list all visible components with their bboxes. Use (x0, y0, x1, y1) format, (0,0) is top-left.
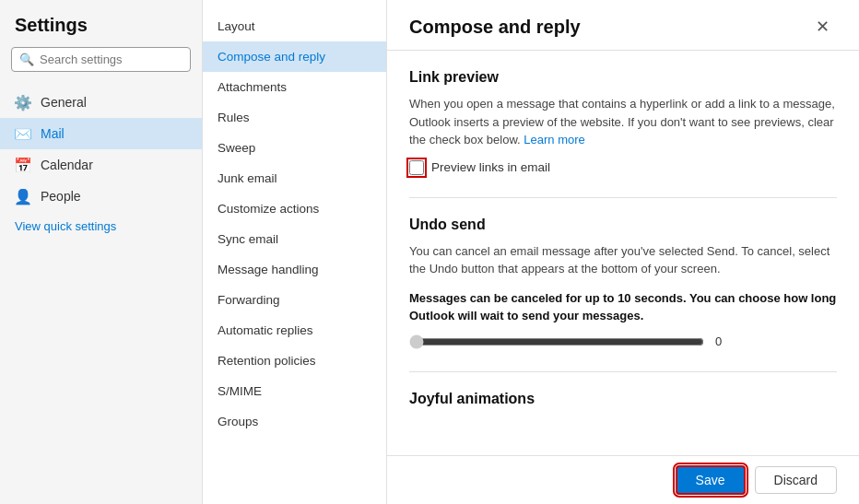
main-header: Compose and reply ✕ (387, 0, 859, 51)
middle-item-junk-email[interactable]: Junk email (203, 163, 386, 193)
nav-item-general[interactable]: ⚙️ General (0, 87, 202, 118)
middle-item-forwarding[interactable]: Forwarding (203, 285, 386, 315)
people-icon: 👤 (15, 188, 31, 205)
nav-item-people[interactable]: 👤 People (0, 181, 202, 212)
middle-item-sweep[interactable]: Sweep (203, 133, 386, 163)
main-content: Compose and reply ✕ Link preview When yo… (387, 0, 859, 504)
middle-item-smime[interactable]: S/MIME (203, 376, 386, 406)
middle-item-customize-actions[interactable]: Customize actions (203, 193, 386, 224)
nav-label-general: General (41, 95, 87, 110)
learn-more-link[interactable]: Learn more (524, 133, 584, 147)
calendar-icon: 📅 (15, 157, 31, 173)
section-divider-1 (409, 197, 837, 198)
preview-links-checkbox[interactable] (409, 160, 424, 175)
undo-send-title: Undo send (409, 217, 837, 233)
preview-links-label: Preview links in email (431, 160, 550, 174)
general-icon: ⚙️ (15, 94, 31, 111)
link-preview-title: Link preview (409, 69, 837, 86)
nav-item-mail[interactable]: ✉️ Mail (0, 118, 202, 149)
app-title: Settings (0, 15, 202, 47)
middle-item-rules[interactable]: Rules (203, 102, 386, 133)
nav-label-mail: Mail (41, 126, 65, 141)
save-button[interactable]: Save (676, 465, 746, 495)
undo-send-slider[interactable] (409, 334, 704, 349)
middle-item-groups[interactable]: Groups (203, 406, 386, 437)
middle-item-attachments[interactable]: Attachments (203, 72, 386, 102)
page-title: Compose and reply (409, 17, 581, 38)
search-box[interactable]: 🔍 (11, 47, 191, 72)
link-preview-section: Link preview When you open a message tha… (409, 69, 837, 175)
joyful-animations-section: Joyful animations (409, 391, 837, 407)
search-input[interactable] (40, 53, 182, 66)
slider-row: 0 (409, 334, 837, 349)
undo-send-section: Undo send You can cancel an email messag… (409, 217, 837, 349)
footer-bar: Save Discard (387, 455, 859, 504)
sidebar: Settings 🔍 ⚙️ General ✉️ Mail 📅 Calendar… (0, 0, 203, 504)
mail-icon: ✉️ (15, 125, 31, 142)
middle-item-message-handling[interactable]: Message handling (203, 254, 386, 285)
undo-send-desc: You can cancel an email message after yo… (409, 242, 837, 278)
discard-button[interactable]: Discard (755, 466, 837, 494)
undo-send-bold-note: Messages can be canceled for up to 10 se… (409, 289, 837, 325)
slider-value-label: 0 (715, 334, 722, 348)
nav-label-calendar: Calendar (41, 158, 93, 172)
main-body: Link preview When you open a message tha… (387, 51, 859, 455)
view-quick-settings-link[interactable]: View quick settings (0, 212, 202, 240)
nav-item-calendar[interactable]: 📅 Calendar (0, 149, 202, 181)
middle-nav-panel: Layout Compose and reply Attachments Rul… (203, 0, 387, 504)
search-icon: 🔍 (19, 53, 34, 66)
nav-label-people: People (41, 189, 81, 204)
section-divider-2 (409, 371, 837, 372)
middle-item-layout[interactable]: Layout (203, 11, 386, 41)
middle-item-retention-policies[interactable]: Retention policies (203, 346, 386, 376)
preview-links-row: Preview links in email (409, 160, 837, 175)
middle-item-compose-reply[interactable]: Compose and reply (203, 41, 386, 72)
middle-item-automatic-replies[interactable]: Automatic replies (203, 315, 386, 346)
middle-item-sync-email[interactable]: Sync email (203, 224, 386, 254)
link-preview-desc: When you open a message that contains a … (409, 95, 837, 149)
close-button[interactable]: ✕ (808, 15, 837, 39)
joyful-animations-title: Joyful animations (409, 391, 837, 407)
